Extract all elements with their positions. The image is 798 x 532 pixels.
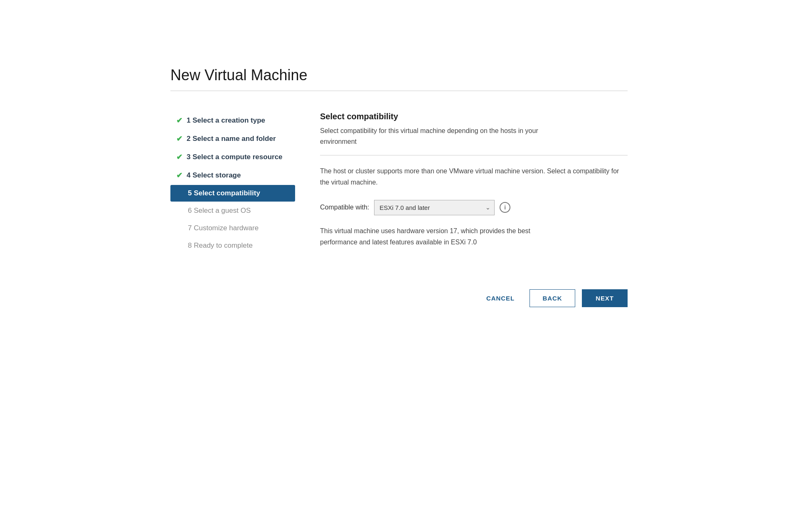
- footer-buttons: CANCEL BACK NEXT: [320, 281, 628, 307]
- sidebar-item-step-4[interactable]: ✔ 4 Select storage: [170, 167, 295, 184]
- compatible-label: Compatible with:: [320, 204, 369, 211]
- section-title: Select compatibility: [320, 112, 628, 121]
- info-icon[interactable]: i: [500, 202, 510, 213]
- step-4-label: 4: [187, 171, 190, 180]
- hw-line2: performance and latest features availabl…: [320, 239, 477, 246]
- hw-line1: This virtual machine uses hardware versi…: [320, 227, 530, 234]
- sidebar-item-step-2[interactable]: ✔ 2 Select a name and folder: [170, 130, 295, 148]
- compatibility-select[interactable]: ESXi 7.0 and later ESXi 6.7 and later ES…: [374, 200, 495, 215]
- step-5-label: 5: [188, 189, 192, 197]
- sidebar-item-step-3[interactable]: ✔ 3 Select a compute resource: [170, 148, 295, 166]
- compatibility-row: Compatible with: ESXi 7.0 and later ESXi…: [320, 200, 628, 215]
- step-3-text: Select a compute resource: [192, 153, 282, 161]
- new-vm-dialog: New Virtual Machine ✔ 1 Select a creatio…: [170, 66, 628, 307]
- content-description: Select compatibility for this virtual ma…: [320, 126, 628, 147]
- checkmark-icon-4: ✔: [176, 171, 182, 180]
- checkmark-icon-2: ✔: [176, 134, 182, 143]
- sidebar-item-step-8: 8 Ready to complete: [170, 237, 295, 254]
- step-1-text: Select a creation type: [192, 116, 265, 125]
- next-button[interactable]: NEXT: [582, 289, 628, 307]
- checkmark-icon-1: ✔: [176, 116, 182, 125]
- dialog-body: ✔ 1 Select a creation type ✔ 2 Select a …: [170, 99, 628, 307]
- host-info-text: The host or cluster supports more than o…: [320, 165, 628, 188]
- content-panel: Select compatibility Select compatibilit…: [303, 112, 628, 307]
- step-7-label: 7: [188, 224, 192, 232]
- select-wrapper: ESXi 7.0 and later ESXi 6.7 and later ES…: [374, 200, 495, 215]
- step-8-text: Ready to complete: [194, 241, 253, 250]
- step-6-text: Select a guest OS: [194, 207, 251, 215]
- steps-panel: ✔ 1 Select a creation type ✔ 2 Select a …: [170, 112, 303, 307]
- step-1-label: 1: [187, 116, 190, 125]
- sidebar-item-step-1[interactable]: ✔ 1 Select a creation type: [170, 112, 295, 129]
- step-4-text: Select storage: [192, 171, 241, 180]
- hw-version-text: This virtual machine uses hardware versi…: [320, 225, 628, 248]
- sidebar-item-step-6: 6 Select a guest OS: [170, 202, 295, 219]
- dialog-title: New Virtual Machine: [170, 66, 628, 91]
- step-7-text: Customize hardware: [194, 224, 259, 232]
- step-3-label: 3: [187, 153, 190, 161]
- step-2-text: Select a name and folder: [192, 135, 276, 143]
- sidebar-item-step-5[interactable]: 5 Select compatibility: [170, 185, 295, 202]
- step-2-label: 2: [187, 135, 190, 143]
- sidebar-item-step-7: 7 Customize hardware: [170, 220, 295, 236]
- desc-line1: Select compatibility for this virtual ma…: [320, 127, 538, 134]
- desc-line2: environment: [320, 138, 357, 145]
- step-5-text: Select compatibility: [194, 189, 260, 197]
- section-divider: [320, 155, 628, 155]
- back-button[interactable]: BACK: [530, 289, 575, 307]
- step-6-label: 6: [188, 207, 192, 215]
- step-8-label: 8: [188, 241, 192, 250]
- checkmark-icon-3: ✔: [176, 153, 182, 162]
- cancel-button[interactable]: CANCEL: [478, 290, 523, 307]
